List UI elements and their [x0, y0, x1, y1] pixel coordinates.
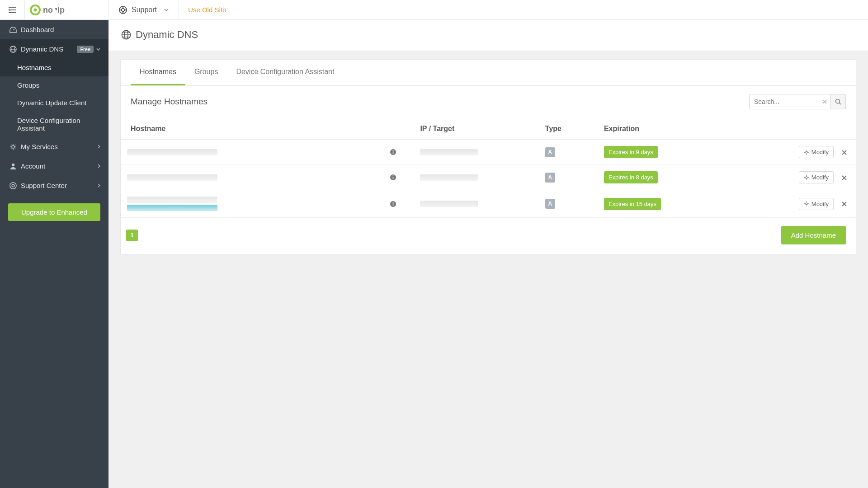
svg-rect-12	[123, 12, 123, 14]
chevron-down-icon	[96, 48, 100, 51]
tab-groups[interactable]: Groups	[185, 60, 227, 85]
panel-title: Manage Hostnames	[131, 97, 749, 107]
modify-button[interactable]: Modify	[799, 198, 834, 210]
svg-point-42	[393, 150, 394, 151]
sidebar-sub-dca[interactable]: Device Configuration Assistant	[0, 112, 108, 137]
svg-rect-0	[9, 7, 16, 8]
gear-icon	[804, 175, 809, 180]
globe-icon	[8, 46, 18, 53]
col-hostname: Hostname	[121, 118, 415, 140]
page-header: Dynamic DNS	[108, 20, 868, 51]
col-type: Type	[540, 118, 599, 140]
svg-marker-3	[9, 9, 9, 11]
sidebar-item-support-center[interactable]: Support Center	[0, 176, 108, 195]
svg-text:no: no	[43, 5, 53, 14]
sidebar-sub-groups[interactable]: Groups	[0, 76, 108, 94]
sidebar-item-dashboard[interactable]: Dashboard	[0, 20, 108, 39]
delete-button[interactable]	[842, 175, 847, 180]
hostname-redacted	[127, 197, 217, 211]
type-badge: A	[545, 199, 555, 209]
use-old-site-link[interactable]: Use Old Site	[179, 0, 235, 19]
search-clear-button[interactable]	[819, 94, 830, 109]
tab-dca[interactable]: Device Configuration Assistant	[227, 60, 343, 85]
svg-point-62	[393, 202, 394, 203]
svg-rect-41	[393, 151, 394, 154]
search-input[interactable]	[749, 94, 830, 109]
sidebar-label: My Services	[21, 143, 58, 150]
pagination-page[interactable]: 1	[126, 230, 138, 241]
table-row: A Expires in 8 days Modify	[121, 165, 856, 190]
svg-point-38	[835, 99, 840, 103]
gear-icon	[804, 150, 809, 155]
delete-button[interactable]	[842, 150, 847, 155]
modify-label: Modify	[811, 174, 829, 181]
hostnames-card: Hostnames Groups Device Configuration As…	[120, 59, 856, 255]
svg-point-43	[806, 151, 807, 153]
free-badge: Free	[77, 46, 94, 53]
gear-icon	[804, 201, 809, 206]
support-label: Support	[132, 6, 157, 14]
svg-rect-61	[393, 203, 394, 206]
search-button[interactable]	[830, 94, 846, 109]
page-title: Dynamic DNS	[136, 29, 198, 41]
close-icon	[822, 99, 827, 104]
tabs: Hostnames Groups Device Configuration As…	[121, 60, 856, 86]
tab-hostnames[interactable]: Hostnames	[131, 60, 185, 85]
delete-button[interactable]	[842, 202, 847, 206]
svg-point-19	[12, 145, 14, 148]
svg-point-28	[12, 163, 14, 166]
table-row: A Expires in 15 days Modify	[121, 190, 856, 218]
sidebar-label: Account	[21, 162, 45, 170]
info-icon[interactable]	[390, 149, 396, 155]
svg-rect-1	[9, 9, 16, 10]
hostname-redacted	[127, 174, 217, 181]
sidebar: Dashboard Dynamic DNS Free Hostnames Gro…	[0, 20, 108, 488]
sidebar-item-account[interactable]: Account	[0, 156, 108, 176]
chevron-right-icon	[98, 164, 100, 168]
add-hostname-button[interactable]: Add Hostname	[781, 226, 846, 244]
sidebar-label: Support Center	[21, 182, 67, 189]
col-expiration: Expiration	[599, 118, 753, 140]
sidebar-item-my-services[interactable]: My Services	[0, 137, 108, 156]
hostnames-table: Hostname IP / Target Type Expiration	[121, 118, 856, 218]
expiration-badge: Expires in 9 days	[604, 146, 658, 158]
sidebar-sub-duc[interactable]: Dynamic Update Client	[0, 94, 108, 112]
svg-rect-51	[393, 177, 394, 179]
globe-icon	[121, 30, 131, 40]
logo[interactable]: no ·ip	[25, 0, 108, 19]
svg-rect-2	[9, 12, 16, 13]
support-dropdown[interactable]: Support	[108, 0, 179, 19]
svg-text:·ip: ·ip	[55, 5, 65, 14]
search-group	[749, 94, 846, 109]
svg-point-5	[34, 8, 37, 11]
svg-point-53	[806, 177, 807, 178]
close-icon	[842, 150, 847, 155]
user-icon	[8, 163, 18, 170]
support-icon	[8, 182, 18, 189]
svg-line-26	[11, 148, 11, 149]
topbar: no ·ip Support Use Old Site	[0, 0, 868, 20]
svg-rect-11	[123, 6, 123, 8]
expiration-badge: Expires in 8 days	[604, 171, 658, 183]
sidebar-sub-hostnames[interactable]: Hostnames	[0, 59, 108, 76]
svg-line-24	[11, 145, 11, 145]
close-icon	[842, 202, 847, 206]
sidebar-item-dynamic-dns[interactable]: Dynamic DNS Free	[0, 39, 108, 59]
upgrade-button[interactable]: Upgrade to Enhanced	[8, 203, 100, 221]
svg-rect-13	[119, 9, 121, 10]
svg-line-27	[15, 145, 15, 145]
type-badge: A	[545, 173, 555, 183]
modify-button[interactable]: Modify	[799, 171, 834, 183]
modify-button[interactable]: Modify	[799, 146, 834, 158]
svg-point-63	[806, 203, 807, 205]
chevron-down-icon	[164, 9, 169, 11]
info-icon[interactable]	[390, 201, 396, 207]
hamburger-button[interactable]	[0, 0, 25, 19]
gear-icon	[8, 143, 18, 150]
info-icon[interactable]	[390, 174, 396, 181]
table-row: A Expires in 9 days Modify	[121, 140, 856, 165]
svg-line-25	[15, 148, 15, 149]
col-ip: IP / Target	[415, 118, 539, 140]
type-badge: A	[545, 147, 555, 157]
chevron-right-icon	[98, 183, 100, 188]
